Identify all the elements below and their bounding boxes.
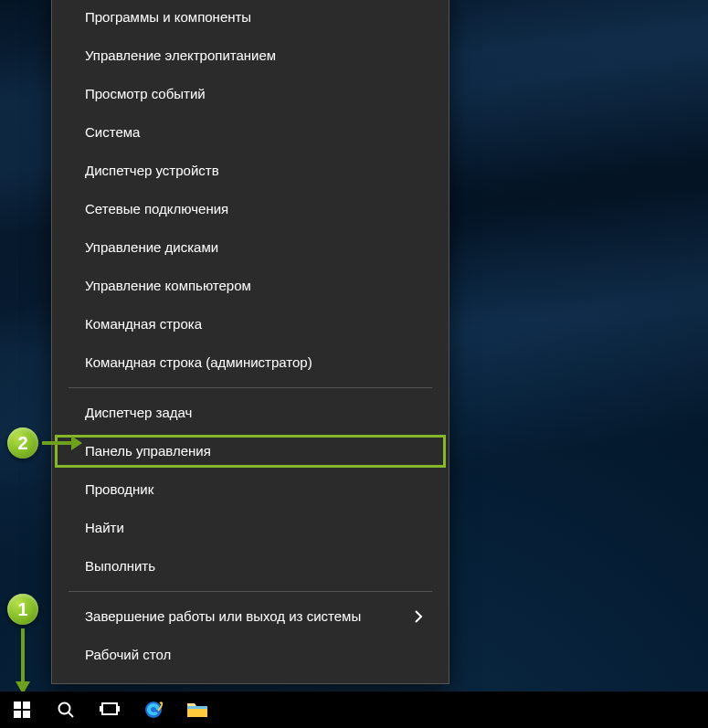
ie-icon [143, 699, 164, 721]
svg-point-8 [59, 703, 70, 714]
menu-item[interactable]: Диспетчер устройств [52, 152, 449, 190]
svg-rect-10 [102, 703, 117, 714]
menu-item[interactable]: Диспетчер задач [52, 394, 449, 432]
menu-separator [69, 387, 432, 388]
windows-logo-icon [14, 702, 30, 718]
task-view-button[interactable] [88, 691, 132, 728]
chevron-right-icon [414, 609, 423, 624]
menu-item[interactable]: Командная строка [52, 305, 449, 343]
menu-item[interactable]: Рабочий стол [52, 636, 449, 674]
svg-rect-12 [117, 706, 120, 712]
menu-item-label: Диспетчер задач [85, 405, 192, 421]
menu-item-label: Управление дисками [85, 239, 218, 256]
annotation-bubble-1: 1 [7, 594, 38, 625]
menu-item[interactable]: Проводник [52, 470, 449, 509]
menu-item[interactable]: Программы и компоненты [52, 0, 449, 37]
winx-quick-menu: Программы и компонентыУправление электро… [51, 0, 449, 684]
folder-icon [186, 701, 208, 719]
annotation-step-1: 1 [7, 594, 38, 694]
menu-item-label: Выполнить [85, 558, 155, 575]
search-icon [57, 701, 75, 719]
internet-explorer-button[interactable] [132, 691, 175, 728]
menu-item[interactable]: Выполнить [52, 547, 449, 586]
menu-item-label: Диспетчер устройств [85, 163, 219, 179]
task-view-icon [100, 702, 120, 718]
menu-separator [69, 591, 432, 592]
menu-item[interactable]: Просмотр событий [52, 75, 449, 113]
menu-item-label: Командная строка (администратор) [85, 354, 312, 371]
menu-item-label: Проводник [85, 481, 153, 498]
menu-item[interactable]: Управление электропитанием [52, 37, 449, 75]
svg-rect-11 [100, 706, 102, 712]
menu-item-label: Система [85, 124, 140, 141]
menu-item-label: Программы и компоненты [85, 9, 251, 26]
svg-rect-4 [14, 702, 21, 709]
search-button[interactable] [44, 691, 88, 728]
file-explorer-button[interactable] [175, 691, 219, 728]
menu-item[interactable]: Завершение работы или выход из системы [52, 597, 449, 636]
menu-item[interactable]: Сетевые подключения [52, 190, 449, 228]
menu-item-label: Управление электропитанием [85, 47, 276, 64]
menu-item[interactable]: Система [52, 113, 449, 152]
arrow-down-icon [14, 628, 32, 694]
menu-item-label: Панель управления [85, 443, 211, 459]
menu-item[interactable]: Командная строка (администратор) [52, 343, 449, 382]
menu-item[interactable]: Панель управления [52, 432, 449, 470]
svg-rect-15 [187, 706, 207, 709]
menu-item[interactable]: Управление дисками [52, 228, 449, 267]
svg-rect-7 [23, 711, 30, 718]
svg-line-9 [69, 712, 73, 717]
svg-rect-5 [23, 702, 30, 709]
annotation-bubble-2: 2 [7, 427, 38, 459]
menu-item-label: Командная строка [85, 316, 202, 332]
menu-item-label: Завершение работы или выход из системы [85, 608, 361, 625]
menu-item-label: Управление компьютером [85, 278, 251, 294]
start-button[interactable] [0, 691, 44, 728]
menu-item[interactable]: Управление компьютером [52, 267, 449, 305]
menu-item-label: Рабочий стол [85, 647, 171, 663]
menu-item-label: Просмотр событий [85, 86, 206, 102]
menu-item-label: Найти [85, 520, 124, 536]
taskbar [0, 691, 708, 728]
menu-item-label: Сетевые подключения [85, 201, 228, 217]
menu-item[interactable]: Найти [52, 509, 449, 547]
svg-rect-6 [14, 711, 21, 718]
